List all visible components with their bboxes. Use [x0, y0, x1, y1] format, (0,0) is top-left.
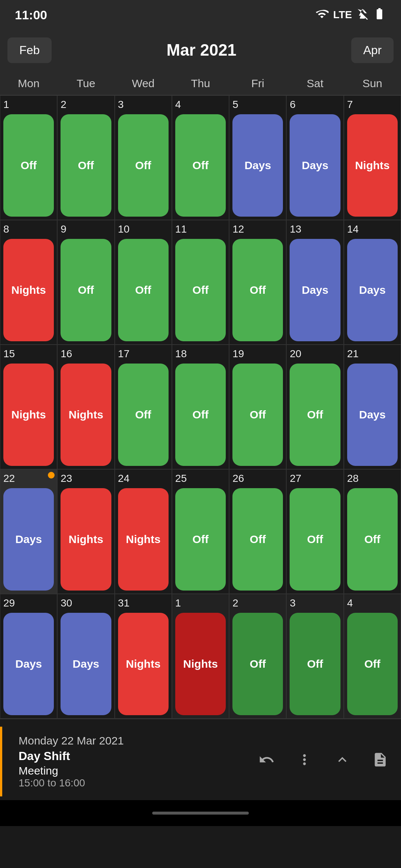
dow-cell: Mon [0, 70, 57, 95]
day-number: 14 [347, 224, 359, 234]
calendar-day[interactable]: 3Off [115, 95, 172, 220]
shift-badge: Off [232, 364, 283, 466]
day-number: 30 [61, 598, 72, 608]
day-number: 9 [61, 224, 66, 234]
day-number: 10 [118, 224, 130, 234]
calendar-day[interactable]: 1Nights [172, 594, 229, 719]
today-accent [0, 727, 2, 796]
calendar-grid: 1Off2Off3Off4Off5Days6Days7Nights8Nights… [0, 95, 401, 719]
more-button[interactable] [291, 746, 318, 773]
calendar-day[interactable]: 1Off [0, 95, 57, 220]
calendar-day[interactable]: 7Nights [344, 95, 401, 220]
calendar-day[interactable]: 20Off [286, 345, 343, 469]
day-number: 17 [118, 349, 130, 359]
calendar-day[interactable]: 27Off [286, 469, 343, 594]
calendar-day[interactable]: 2Off [229, 594, 286, 719]
calendar-day[interactable]: 21Days [344, 345, 401, 469]
calendar-day[interactable]: 30Days [57, 594, 114, 719]
day-number: 24 [118, 473, 130, 484]
calendar-day[interactable]: 5Days [229, 95, 286, 220]
shift-badge: Days [3, 488, 54, 591]
shift-badge: Off [175, 114, 226, 217]
day-number: 29 [3, 598, 15, 608]
day-number: 12 [232, 224, 244, 234]
calendar-day[interactable]: 9Off [57, 220, 114, 345]
next-month-button[interactable]: Apr [351, 37, 394, 63]
calendar-day[interactable]: 18Off [172, 345, 229, 469]
shift-badge: Nights [3, 364, 54, 466]
calendar-day[interactable]: 4Off [344, 594, 401, 719]
shift-badge: Nights [175, 613, 226, 715]
calendar-day[interactable]: 8Nights [0, 220, 57, 345]
prev-month-button[interactable]: Feb [7, 37, 52, 63]
calendar-day[interactable]: 2Off [57, 95, 114, 220]
calendar-day[interactable]: 13Days [286, 220, 343, 345]
day-number: 1 [175, 598, 181, 608]
shift-badge: Nights [347, 114, 398, 217]
shift-badge: Off [175, 364, 226, 466]
calendar-day[interactable]: 17Off [115, 345, 172, 469]
day-number: 27 [290, 473, 301, 484]
shift-badge: Days [347, 364, 398, 466]
shift-badge: Off [232, 613, 283, 715]
calendar-day[interactable]: 3Off [286, 594, 343, 719]
collapse-button[interactable] [329, 746, 356, 773]
day-number: 18 [175, 349, 187, 359]
undo-button[interactable] [253, 746, 280, 773]
shift-badge: Days [290, 114, 340, 217]
day-number: 3 [118, 99, 124, 110]
bottom-nav [0, 800, 401, 826]
calendar-day[interactable]: 16Nights [57, 345, 114, 469]
home-indicator [152, 812, 249, 815]
calendar-day[interactable]: 15Nights [0, 345, 57, 469]
calendar-day[interactable]: 23Nights [57, 469, 114, 594]
calendar-day[interactable]: 28Off [344, 469, 401, 594]
day-number: 7 [347, 99, 353, 110]
shift-badge: Off [290, 488, 340, 591]
calendar-day[interactable]: 14Days [344, 220, 401, 345]
calendar-day[interactable]: 31Nights [115, 594, 172, 719]
dow-cell: Sat [286, 70, 343, 95]
shift-badge: Nights [61, 488, 111, 591]
day-number: 11 [175, 224, 187, 234]
day-number: 5 [232, 99, 238, 110]
shift-badge: Off [232, 488, 283, 591]
calendar-day[interactable]: 6Days [286, 95, 343, 220]
shift-badge: Days [3, 613, 54, 715]
day-number: 1 [3, 99, 9, 110]
dow-cell: Wed [115, 70, 172, 95]
day-number: 21 [347, 349, 359, 359]
day-number: 2 [232, 598, 238, 608]
calendar-day[interactable]: 25Off [172, 469, 229, 594]
calendar-day[interactable]: 11Off [172, 220, 229, 345]
notes-button[interactable] [367, 746, 394, 773]
signal-icon [356, 8, 368, 22]
calendar-day[interactable]: 19Off [229, 345, 286, 469]
calendar-header: Feb Mar 2021 Apr [0, 30, 401, 70]
status-bar: 11:00 LTE [0, 0, 401, 30]
shift-badge: Off [118, 364, 169, 466]
shift-badge: Off [347, 613, 398, 715]
calendar-day[interactable]: 26Off [229, 469, 286, 594]
today-indicator [48, 472, 55, 479]
shift-badge: Off [175, 488, 226, 591]
dow-cell: Thu [172, 70, 229, 95]
shift-badge: Nights [61, 364, 111, 466]
calendar-day[interactable]: 12Off [229, 220, 286, 345]
day-number: 2 [61, 99, 66, 110]
shift-badge: Off [347, 488, 398, 591]
calendar-day[interactable]: 22Days [0, 469, 57, 594]
shift-badge: Nights [3, 239, 54, 341]
calendar-day[interactable]: 10Off [115, 220, 172, 345]
day-number: 15 [3, 349, 15, 359]
day-of-week-row: MonTueWedThuFriSatSun [0, 70, 401, 95]
shift-badge: Off [61, 114, 111, 217]
calendar-day[interactable]: 4Off [172, 95, 229, 220]
bottom-info: Monday 22 Mar 2021 Day Shift Meeting 15:… [0, 719, 401, 800]
battery-icon [373, 7, 386, 23]
status-icons: LTE [315, 7, 386, 23]
calendar-day[interactable]: 24Nights [115, 469, 172, 594]
shift-badge: Days [232, 114, 283, 217]
calendar-day[interactable]: 29Days [0, 594, 57, 719]
day-number: 4 [175, 99, 181, 110]
